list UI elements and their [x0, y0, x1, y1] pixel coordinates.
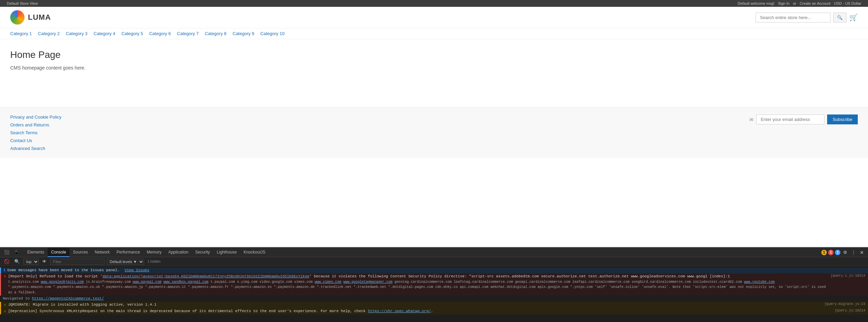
- nav-item-cat8[interactable]: Category 8: [205, 31, 227, 36]
- nav-item-cat2[interactable]: Category 2: [38, 31, 60, 36]
- nav-item-cat3[interactable]: Category 3: [66, 31, 88, 36]
- top-bar-right: Default welcome msg! Sign In or Create a…: [738, 1, 861, 5]
- footer-link-orders[interactable]: Orders and Returns: [10, 122, 61, 127]
- main-content: Home Page CMS homepage content goes here…: [0, 39, 868, 107]
- page-title: Home Page: [10, 49, 858, 60]
- nav-item-cat7[interactable]: Category 7: [177, 31, 199, 36]
- nav-item-cat9[interactable]: Category 9: [233, 31, 254, 36]
- subscribe-button[interactable]: Subscribe: [827, 114, 858, 124]
- newsletter-email-input[interactable]: [756, 114, 824, 124]
- email-icon: ✉: [749, 117, 754, 122]
- main-nav: Category 1 Category 2 Category 3 Categor…: [0, 28, 868, 39]
- search-area: 🔍 🛒: [756, 13, 858, 22]
- footer-link-search-terms[interactable]: Search Terms: [10, 130, 61, 135]
- logo-icon: [10, 10, 25, 25]
- cart-icon[interactable]: 🛒: [849, 13, 858, 21]
- top-bar: Default Store View Default welcome msg! …: [0, 0, 868, 7]
- welcome-msg: Default welcome msg!: [738, 1, 774, 5]
- header: LUMA 🔍 🛒: [0, 7, 868, 28]
- search-input[interactable]: [756, 13, 831, 22]
- logo-area: LUMA: [10, 10, 51, 25]
- search-button[interactable]: 🔍: [833, 13, 847, 22]
- nav-item-cat10[interactable]: Category 10: [260, 31, 284, 36]
- footer: Privacy and Cookie Policy Orders and Ret…: [0, 107, 868, 158]
- footer-links: Privacy and Cookie Policy Orders and Ret…: [10, 114, 61, 151]
- nav-item-cat1[interactable]: Category 1: [10, 31, 32, 36]
- newsletter-area: ✉ Subscribe: [749, 114, 858, 124]
- sign-in-link[interactable]: Sign In: [778, 1, 789, 5]
- nav-item-cat5[interactable]: Category 5: [121, 31, 143, 36]
- footer-link-contact[interactable]: Contact Us: [10, 138, 61, 143]
- or-label: or: [793, 1, 796, 5]
- nav-item-cat6[interactable]: Category 6: [149, 31, 171, 36]
- logo-text[interactable]: LUMA: [28, 13, 51, 22]
- create-account-link[interactable]: Create an Account: [800, 1, 831, 5]
- page-content-text: CMS homepage content goes here.: [10, 65, 858, 71]
- footer-link-advanced[interactable]: Advanced Search: [10, 146, 61, 151]
- nav-item-cat4[interactable]: Category 4: [94, 31, 115, 36]
- currency-selector[interactable]: USD - US Dollar: [834, 1, 861, 5]
- footer-link-privacy[interactable]: Privacy and Cookie Policy: [10, 114, 61, 120]
- store-label: Default Store View: [7, 1, 38, 5]
